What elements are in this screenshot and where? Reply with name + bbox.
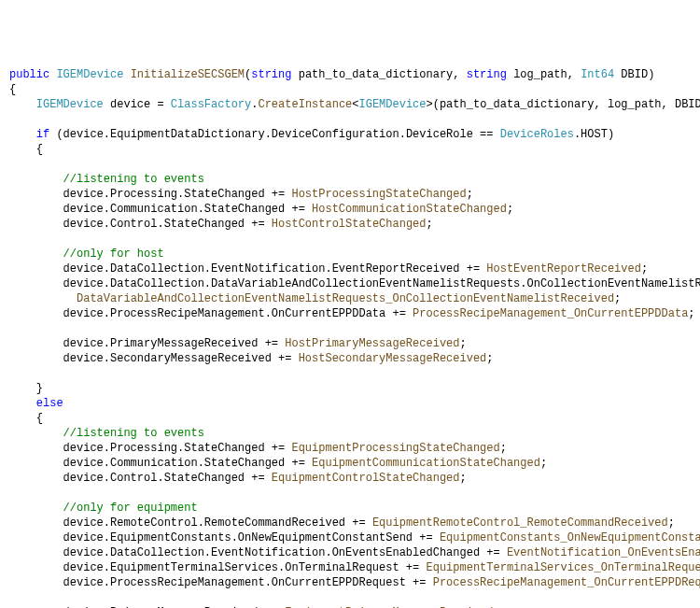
handler: HostEventReportReceived xyxy=(486,262,641,276)
handler: HostControlStateChanged xyxy=(272,218,427,231)
code-line: device.ProcessRecipeManagement.OnCurrent… xyxy=(9,575,691,590)
handler: EquipmentProcessingStateChanged xyxy=(291,442,499,455)
indent xyxy=(9,457,63,470)
code-line xyxy=(9,112,691,127)
text: device.Control.StateChanged += xyxy=(63,218,272,231)
keyword-string: string xyxy=(251,68,291,81)
param: DBID) xyxy=(614,68,654,81)
indent xyxy=(9,128,36,141)
keyword-string: string xyxy=(467,68,507,81)
indent xyxy=(9,427,63,440)
param: path_to_data_dictionary, xyxy=(291,68,466,81)
code-line: device.PrimaryMessageReceived += HostPri… xyxy=(9,336,691,351)
punct: ; xyxy=(668,516,675,530)
code-line xyxy=(9,590,691,605)
handler: HostSecondaryMessageReceived xyxy=(299,352,487,365)
indent xyxy=(9,203,63,216)
code-line: device.Processing.StateChanged += HostPr… xyxy=(9,187,691,202)
indent xyxy=(9,472,63,485)
type-int64: Int64 xyxy=(581,68,614,81)
handler: HostProcessingStateChanged xyxy=(291,188,466,201)
handler: EquipmentTerminalServices_OnTerminalRequ… xyxy=(426,561,700,574)
type-igemdevice: IGEMDevice xyxy=(36,98,104,111)
handler: EquipmentRemoteControl_RemoteCommandRece… xyxy=(372,516,668,530)
handler: ProcessRecipeManagement_OnCurrentEPPDDat… xyxy=(413,307,688,320)
text: device.Control.StateChanged += xyxy=(63,472,272,485)
indent xyxy=(9,188,63,201)
code-line: //listening to events xyxy=(9,172,691,187)
text: device.RemoteControl.RemoteCommandReceiv… xyxy=(63,516,372,530)
comment: //listening to events xyxy=(63,173,204,186)
text: device.EquipmentConstants.OnNewEquipment… xyxy=(63,531,440,544)
brace: { xyxy=(36,412,43,425)
code-line xyxy=(9,321,691,336)
text: device.DataCollection.EventNotification.… xyxy=(63,262,487,276)
indent xyxy=(9,546,63,559)
handler: DataVariableAndCollectionEventNamelistRe… xyxy=(77,292,614,305)
indent xyxy=(9,561,63,574)
punct: ; xyxy=(460,472,467,485)
text: device.Communication.StateChanged += xyxy=(63,203,312,216)
indent xyxy=(9,262,63,276)
text: .HOST) xyxy=(574,128,614,141)
comment: //only for host xyxy=(63,247,164,261)
text: device.PrimaryMessageReceived += xyxy=(63,337,286,350)
code-line: device.Control.StateChanged += HostContr… xyxy=(9,217,691,232)
handler: EquipmentConstants_OnNewEquipmentConstan… xyxy=(440,531,700,544)
param: log_path, xyxy=(507,68,581,81)
text: device.ProcessRecipeManagement.OnCurrent… xyxy=(63,307,413,320)
indent xyxy=(9,502,63,515)
punct: ; xyxy=(459,337,466,350)
code-line: IGEMDevice device = ClassFactory.CreateI… xyxy=(9,97,691,112)
brace: { xyxy=(9,83,16,96)
code-line: { xyxy=(9,82,691,97)
code-line: { xyxy=(9,411,691,426)
indent xyxy=(9,247,63,261)
code-line: device.Control.StateChanged += Equipment… xyxy=(9,471,691,486)
indent xyxy=(9,143,36,156)
type-arg: IGEMDevice xyxy=(359,98,427,111)
indent xyxy=(9,337,63,350)
code-line: //listening to events xyxy=(9,426,691,441)
text: device.EquipmentTerminalServices.OnTermi… xyxy=(63,561,427,574)
code-line: public IGEMDevice InitializeSECSGEM(stri… xyxy=(9,67,691,82)
handler: HostPrimaryMessageReceived xyxy=(285,337,459,350)
code-line: { xyxy=(9,142,691,157)
punct: < xyxy=(352,98,358,111)
indent xyxy=(9,531,63,544)
punct: ; xyxy=(467,188,473,201)
code-line: device.DataCollection.EventNotification.… xyxy=(9,545,691,560)
code-line: DataVariableAndCollectionEventNamelistRe… xyxy=(9,291,691,306)
keyword-else: else xyxy=(36,397,63,410)
punct: ; xyxy=(688,307,694,320)
code-block: public IGEMDevice InitializeSECSGEM(stri… xyxy=(9,67,691,608)
text: device.Processing.StateChanged += xyxy=(63,188,292,201)
text: device.Processing.StateChanged += xyxy=(63,442,292,455)
handler: HostCommunicationStateChanged xyxy=(312,203,507,216)
indent xyxy=(9,292,77,305)
code-line xyxy=(9,366,691,381)
code-line xyxy=(9,486,691,501)
brace: } xyxy=(36,382,43,395)
type-igemdevice: IGEMDevice xyxy=(49,68,123,81)
indent xyxy=(9,218,63,231)
indent xyxy=(9,576,63,589)
indent xyxy=(9,98,36,111)
text: device.DataCollection.DataVariableAndCol… xyxy=(63,277,700,290)
code-line: device.Processing.StateChanged += Equipm… xyxy=(9,441,691,456)
punct: ; xyxy=(614,292,621,305)
punct: ; xyxy=(641,262,648,276)
code-line: device.RemoteControl.RemoteCommandReceiv… xyxy=(9,516,691,530)
text: device.DataCollection.EventNotification.… xyxy=(63,546,507,559)
code-line: device.SecondaryMessageReceived += HostS… xyxy=(9,351,691,366)
code-line: else xyxy=(9,396,691,411)
keyword-public: public xyxy=(9,68,49,81)
punct: ; xyxy=(486,352,493,365)
code-line: device.Communication.StateChanged += Hos… xyxy=(9,202,691,217)
code-line xyxy=(9,232,691,247)
handler: ProcessRecipeManagement_OnCurrentEPPDReq… xyxy=(433,576,700,589)
punct: ; xyxy=(427,218,433,231)
indent xyxy=(9,173,63,186)
handler: EquipmentCommunicationStateChanged xyxy=(312,457,540,470)
code-line: //only for host xyxy=(9,247,691,262)
